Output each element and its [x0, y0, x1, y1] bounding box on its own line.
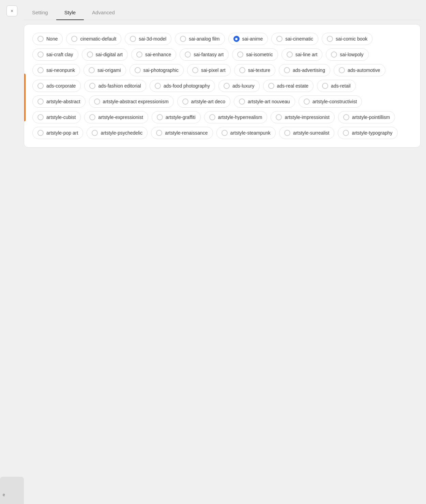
options-panel: Nonecinematic-defaultsai-3d-modelsai-ana…	[24, 24, 421, 148]
option-label: ads-food photography	[164, 83, 210, 89]
radio-circle	[89, 114, 95, 120]
close-icon: ×	[11, 8, 13, 14]
style-options-grid: Nonecinematic-defaultsai-3d-modelsai-ana…	[32, 33, 412, 139]
option-item[interactable]: artstyle-impressionist	[271, 111, 334, 123]
option-label: sai-3d-model	[139, 36, 166, 42]
radio-circle	[155, 83, 161, 89]
option-item[interactable]: ads-luxury	[218, 80, 260, 92]
option-item[interactable]: sai-line art	[282, 48, 323, 61]
radio-circle	[237, 51, 243, 58]
option-item[interactable]: sai-3d-model	[125, 33, 171, 45]
option-item[interactable]: None	[32, 33, 63, 45]
option-item[interactable]: artstyle-surrealist	[279, 127, 335, 139]
option-item[interactable]: sai-origami	[83, 64, 126, 76]
option-label: ads-real estate	[277, 83, 309, 89]
option-label: ads-retail	[331, 83, 351, 89]
radio-circle	[180, 36, 186, 42]
option-label: artstyle-expressionist	[98, 114, 143, 120]
option-label: cinematic-default	[80, 36, 116, 42]
radio-circle	[239, 67, 245, 73]
option-item[interactable]: artstyle-abstract expressionism	[89, 95, 174, 108]
radio-circle	[130, 36, 136, 42]
radio-circle	[71, 36, 77, 42]
radio-circle	[287, 51, 293, 58]
option-item[interactable]: sai-analog film	[175, 33, 225, 45]
option-item[interactable]: sai-lowpoly	[326, 48, 368, 61]
option-label: artstyle-typography	[352, 130, 392, 136]
tab-bar: Setting Style Advanced	[24, 5, 421, 20]
bottom-label: e	[3, 492, 5, 497]
radio-circle	[224, 83, 230, 89]
option-label: artstyle-steampunk	[230, 130, 271, 136]
option-item[interactable]: artstyle-graffiti	[152, 111, 201, 123]
option-label: sai-origami	[97, 67, 121, 73]
option-label: sai-craft clay	[46, 52, 73, 57]
option-item[interactable]: sai-anime	[228, 33, 268, 45]
option-item[interactable]: artstyle-art nouveau	[234, 95, 295, 108]
close-button[interactable]: ×	[6, 5, 17, 16]
tab-advanced[interactable]: Advanced	[84, 5, 123, 20]
option-item[interactable]: sai-enhance	[131, 48, 176, 61]
option-item[interactable]: artstyle-constructivist	[299, 95, 362, 108]
option-label: sai-photographic	[143, 67, 179, 73]
option-label: ads-advertising	[293, 67, 325, 73]
option-item[interactable]: artstyle-steampunk	[216, 127, 276, 139]
radio-circle	[343, 114, 349, 120]
option-label: artstyle-abstract expressionism	[103, 99, 169, 104]
option-item[interactable]: ads-food photography	[150, 80, 215, 92]
radio-circle	[284, 130, 290, 136]
radio-circle	[94, 98, 100, 105]
bottom-sidebar-panel: e	[0, 477, 24, 504]
radio-circle	[37, 83, 44, 89]
tab-setting[interactable]: Setting	[24, 5, 56, 20]
option-item[interactable]: ads-fashion editorial	[84, 80, 146, 92]
option-item[interactable]: artstyle-cubist	[32, 111, 81, 123]
option-label: ads-automotive	[348, 67, 380, 73]
option-item[interactable]: artstyle-pop art	[32, 127, 83, 139]
option-item[interactable]: sai-pixel art	[187, 64, 231, 76]
option-label: artstyle-pointillism	[352, 114, 390, 120]
option-item[interactable]: artstyle-expressionist	[84, 111, 148, 123]
option-item[interactable]: sai-comic book	[322, 33, 372, 45]
radio-circle	[37, 114, 44, 120]
option-item[interactable]: ads-corporate	[32, 80, 81, 92]
option-label: sai-comic book	[336, 36, 367, 42]
option-item[interactable]: sai-neonpunk	[32, 64, 80, 76]
option-item[interactable]: artstyle-psychedelic	[87, 127, 148, 139]
radio-circle	[185, 51, 191, 58]
option-item[interactable]: artstyle-pointillism	[338, 111, 395, 123]
option-item[interactable]: artstyle-typography	[338, 127, 397, 139]
option-item[interactable]: sai-cinematic	[271, 33, 318, 45]
tab-style[interactable]: Style	[56, 5, 84, 20]
radio-circle	[268, 83, 274, 89]
radio-circle	[233, 36, 240, 42]
option-item[interactable]: sai-texture	[234, 64, 275, 76]
option-item[interactable]: ads-automotive	[334, 64, 385, 76]
option-item[interactable]: sai-fantasy art	[180, 48, 229, 61]
radio-circle	[92, 130, 98, 136]
option-label: artstyle-abstract	[46, 99, 80, 104]
radio-circle	[37, 130, 44, 136]
option-item[interactable]: sai-craft clay	[32, 48, 78, 61]
radio-circle	[304, 98, 310, 105]
option-item[interactable]: ads-advertising	[279, 64, 330, 76]
option-label: sai-neonpunk	[46, 67, 75, 73]
option-label: ads-luxury	[232, 83, 255, 89]
option-item[interactable]: cinematic-default	[66, 33, 121, 45]
option-item[interactable]: sai-digital art	[82, 48, 128, 61]
option-item[interactable]: artstyle-art deco	[177, 95, 230, 108]
option-item[interactable]: artstyle-renaissance	[151, 127, 213, 139]
radio-circle	[37, 36, 44, 42]
radio-circle	[222, 130, 228, 136]
option-item[interactable]: sai-isometric	[232, 48, 278, 61]
option-label: sai-enhance	[145, 52, 171, 57]
radio-circle	[37, 51, 44, 58]
option-item[interactable]: artstyle-hyperrealism	[204, 111, 268, 123]
option-item[interactable]: artstyle-abstract	[32, 95, 86, 108]
option-label: artstyle-art deco	[191, 99, 225, 104]
option-item[interactable]: ads-real estate	[263, 80, 314, 92]
option-item[interactable]: sai-photographic	[130, 64, 184, 76]
option-item[interactable]: ads-retail	[317, 80, 356, 92]
option-label: sai-isometric	[246, 52, 273, 57]
option-label: sai-analog film	[189, 36, 219, 42]
